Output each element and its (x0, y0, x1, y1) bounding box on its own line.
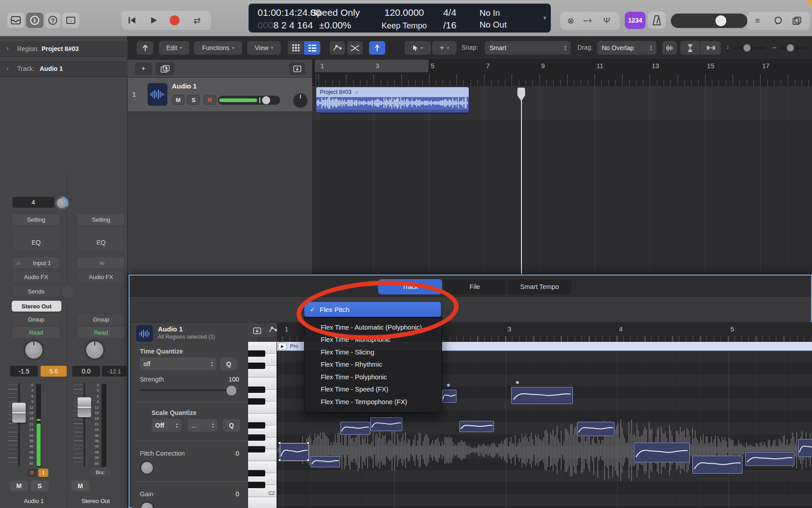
quantize-apply-button[interactable]: Q (220, 358, 237, 370)
fx-slot-empty[interactable] (78, 228, 125, 234)
bounce-button[interactable]: Bnc (90, 468, 110, 477)
functions-menu[interactable]: Functions▾ (194, 41, 242, 55)
region-inspector-header[interactable]: › Region: Project 8#03 (0, 41, 128, 57)
stereo-input-icon[interactable]: ○○ (78, 257, 125, 268)
send-knob[interactable] (61, 285, 73, 297)
peak-value[interactable]: -12.1 (102, 366, 127, 377)
scale-root-select[interactable]: Off▴▾ (152, 419, 181, 432)
tracks-area[interactable]: 1357911131517 Project 8#03 ○ (312, 60, 812, 275)
mute-button[interactable]: M (10, 480, 28, 491)
sends-slot[interactable]: Sends (13, 286, 60, 296)
metronome-button[interactable] (648, 12, 666, 29)
media-browser-icon[interactable]: ♪ (790, 14, 804, 27)
record-enable-badge[interactable]: R (27, 469, 37, 477)
play-button[interactable] (146, 13, 161, 28)
record-button[interactable] (167, 13, 182, 28)
piano-black-key[interactable] (248, 387, 265, 393)
vibrato-handle[interactable] (516, 381, 519, 384)
pointer-tool-menu[interactable]: ▾ (405, 41, 431, 55)
minus-plus-icon[interactable]: −+ (581, 14, 595, 27)
flex-pitch-note[interactable] (310, 456, 340, 467)
flex-pitch-note[interactable] (442, 390, 457, 403)
tab-track[interactable]: Track (378, 279, 442, 294)
waveform-zoom-icon[interactable] (662, 41, 677, 55)
toolbar-toggle-button[interactable]: ↓ (62, 13, 79, 28)
flex-pitch-note[interactable] (370, 417, 402, 431)
io-buffer-value[interactable]: 4 (13, 197, 54, 208)
mute-button[interactable]: M (71, 480, 89, 491)
time-quantize-select[interactable]: off▴▾ (140, 358, 217, 370)
eq-slot[interactable]: EQ (78, 235, 125, 250)
volume-value[interactable]: 5.6 (41, 366, 67, 377)
flex-pitch-note[interactable] (692, 456, 743, 474)
tab-smart-tempo[interactable]: Smart Tempo (508, 279, 572, 294)
horizontal-zoom-icon[interactable] (701, 41, 721, 55)
track-pan-knob[interactable] (293, 93, 308, 108)
note-handle[interactable] (307, 459, 309, 461)
volume-fader-track[interactable] (83, 383, 85, 467)
piano-black-key[interactable] (248, 446, 265, 452)
grid-view-icon[interactable] (288, 41, 304, 55)
scale-type-select[interactable]: ...▴▾ (188, 419, 217, 432)
flex-menu-item[interactable]: Flex Time - Slicing (304, 346, 442, 359)
piano-black-key[interactable] (248, 482, 265, 488)
pitch-correction-knob[interactable] (140, 461, 154, 475)
catch-playhead-button[interactable] (289, 62, 305, 75)
vibrato-handle[interactable] (447, 383, 450, 387)
flex-mode-icon[interactable] (369, 41, 385, 55)
audio-fx-slot[interactable]: Audio FX (13, 272, 60, 282)
tab-file[interactable]: File (443, 279, 507, 294)
flex-pitch-note[interactable] (340, 422, 370, 435)
gain-reduction-knob[interactable] (55, 196, 69, 210)
list-view-icon[interactable] (304, 41, 320, 55)
h-zoom-slider[interactable] (779, 44, 808, 51)
channel-setting-button[interactable]: Setting (13, 214, 60, 225)
pan-value[interactable]: 0.0 (72, 366, 100, 377)
flex-pitch-note[interactable] (511, 387, 573, 404)
flex-pitch-note[interactable] (459, 421, 494, 432)
note-handle[interactable] (278, 442, 281, 444)
automation-icon[interactable] (330, 41, 345, 55)
region-header[interactable]: Project 8#03 ○ (316, 87, 469, 97)
drag-select[interactable]: No Overlap▴▾ (597, 41, 656, 55)
track-inspector-header[interactable]: › Track: Audio 1 (0, 61, 128, 77)
scale-quantize-apply-button[interactable]: Q (223, 419, 240, 432)
piano-black-key[interactable] (248, 434, 265, 441)
loop-icon[interactable]: ○ (355, 89, 358, 95)
region-play-icon[interactable]: ▶ (278, 343, 287, 350)
flex-menu-item[interactable]: Flex Time - Rhythmic (304, 359, 442, 371)
audio-fx-slot[interactable]: Audio FX (78, 272, 125, 282)
lcd-chevron-icon[interactable]: ▾ (543, 14, 546, 21)
piano-keyboard[interactable]: C2 (248, 342, 277, 508)
volume-knob[interactable] (715, 15, 726, 26)
flex-pitch-note[interactable] (634, 443, 690, 462)
piano-white-key[interactable] (248, 497, 277, 508)
flex-menu-item[interactable]: Flex Time - Speed (FX) (304, 383, 442, 396)
snap-select[interactable]: Smart▴▾ (485, 41, 571, 55)
pan-knob[interactable] (84, 340, 105, 360)
group-slot[interactable]: Group (13, 314, 60, 324)
flex-mode-select[interactable]: ✓ Flex Pitch (304, 302, 441, 317)
volume-fader-track[interactable] (18, 383, 20, 467)
secondary-tool-menu[interactable]: +▾ (432, 41, 457, 55)
quick-help-button[interactable]: ? (45, 13, 60, 28)
notes-icon[interactable] (771, 14, 785, 27)
up-arrow-button[interactable] (137, 41, 153, 55)
track-solo-button[interactable]: S (187, 95, 200, 105)
piano-black-key[interactable] (248, 398, 265, 405)
group-slot[interactable]: Group (78, 314, 125, 324)
piano-black-key[interactable] (248, 363, 265, 369)
count-in-button[interactable]: 1234 (625, 12, 646, 29)
flex-pitch-note[interactable] (280, 443, 309, 461)
flex-menu-item[interactable]: Flex Time - Monophonic (304, 334, 442, 346)
track-mute-button[interactable]: M (172, 95, 185, 105)
automation-mode-button[interactable]: Read (13, 327, 60, 338)
v-zoom-slider[interactable] (734, 44, 765, 51)
input-slot[interactable]: ○ Input 1 (13, 257, 60, 268)
gain-knob[interactable] (140, 501, 154, 508)
note-handle[interactable] (278, 459, 281, 461)
duplicate-track-button[interactable] (156, 62, 175, 75)
fx-slot-empty[interactable] (13, 228, 60, 234)
input-monitor-badge[interactable]: I (38, 469, 48, 477)
flex-pitch-note[interactable] (577, 422, 614, 436)
